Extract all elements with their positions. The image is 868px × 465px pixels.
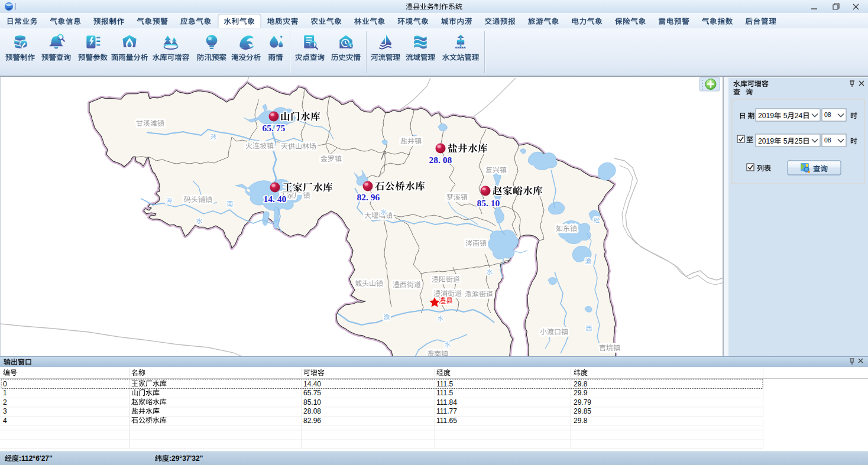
svg-text:28. 08: 28. 08: [429, 155, 452, 165]
svg-text:29.8: 29.8: [574, 417, 588, 425]
svg-text:14. 40: 14. 40: [263, 194, 286, 204]
svg-text:82. 96: 82. 96: [357, 192, 380, 202]
svg-text:2: 2: [3, 398, 7, 407]
svg-text:28.08: 28.08: [303, 407, 321, 415]
svg-text:111.65: 111.65: [436, 417, 457, 425]
svg-text:25: 25: [795, 137, 803, 145]
svg-text:4: 4: [3, 417, 7, 425]
svg-text:29.9: 29.9: [574, 389, 588, 397]
svg-text:111.5: 111.5: [436, 389, 454, 397]
svg-text:111.84: 111.84: [436, 398, 457, 407]
svg-text:1: 1: [3, 389, 7, 397]
svg-text:65.75: 65.75: [303, 389, 321, 397]
svg-text:111.5: 111.5: [436, 380, 454, 388]
svg-text::112°6'27": :112°6'27": [19, 454, 53, 463]
svg-text:24: 24: [795, 112, 803, 120]
svg-text:2019: 2019: [758, 137, 774, 145]
svg-text:3: 3: [3, 407, 7, 415]
svg-text:29.79: 29.79: [574, 398, 591, 407]
svg-text:2019: 2019: [758, 112, 774, 120]
svg-text:85. 10: 85. 10: [477, 198, 500, 208]
svg-text:0: 0: [3, 380, 7, 388]
svg-text:65. 75: 65. 75: [262, 123, 285, 133]
svg-text:29.85: 29.85: [574, 407, 591, 415]
svg-text:82.96: 82.96: [303, 417, 321, 425]
svg-text:85.10: 85.10: [303, 398, 321, 407]
svg-text:08: 08: [824, 136, 831, 144]
svg-text:08: 08: [824, 111, 831, 118]
svg-text:5: 5: [781, 137, 787, 145]
svg-text:5: 5: [781, 112, 787, 120]
svg-text:14.40: 14.40: [303, 380, 321, 388]
svg-text:29.8: 29.8: [574, 380, 588, 388]
svg-text:111.77: 111.77: [436, 407, 457, 415]
svg-text::29°37'32": :29°37'32": [169, 454, 203, 463]
